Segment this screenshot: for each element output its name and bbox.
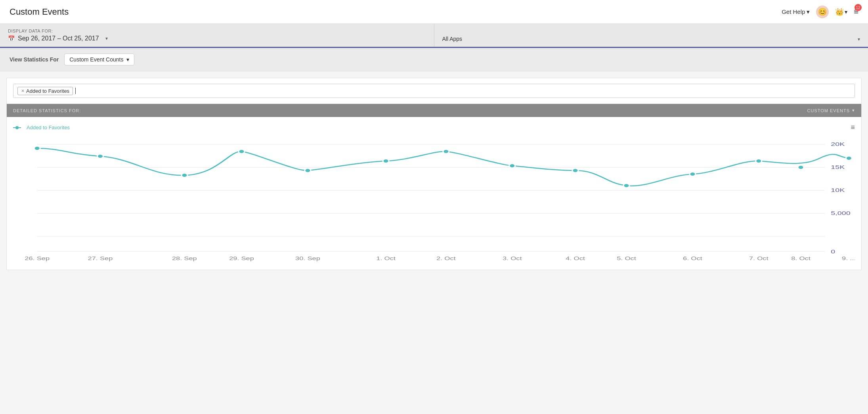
tag-label: Added to Favorites	[26, 88, 69, 94]
chart-area: Added to Favorites ≡ 20K 15K 10K 5,000 0	[7, 117, 861, 270]
tag-input-container[interactable]: ✕ Added to Favorites	[13, 84, 855, 98]
display-data-label: DISPLAY DATA FOR:	[8, 29, 426, 33]
stats-dropdown[interactable]: Custom Event Counts ▾	[64, 54, 134, 65]
view-stats-label: View Statistics For	[10, 56, 59, 63]
stats-dropdown-arrow: ▾	[126, 56, 129, 63]
app-filter-section[interactable]: All Apps ▾	[434, 24, 868, 47]
line-chart: 20K 15K 10K 5,000 0	[13, 136, 855, 263]
header-right: Get Help ▾ 😊 👑 ▾ ≡ 12	[782, 6, 858, 18]
app-filter-value: All Apps	[442, 36, 463, 42]
svg-point-24	[756, 159, 762, 163]
detailed-stats-label: DETAILED STATISTICS FOR:	[13, 108, 81, 113]
svg-text:3. Oct: 3. Oct	[503, 256, 522, 261]
svg-point-15	[182, 173, 187, 177]
svg-text:2. Oct: 2. Oct	[436, 256, 456, 261]
svg-text:30. Sep: 30. Sep	[295, 256, 320, 261]
svg-point-1	[15, 126, 19, 129]
calendar-icon: 📅	[8, 35, 15, 42]
app-dropdown-arrow: ▾	[858, 36, 860, 42]
main-content: ✕ Added to Favorites DETAILED STATISTICS…	[6, 78, 862, 270]
get-help-label: Get Help	[782, 8, 805, 15]
svg-point-25	[798, 165, 804, 169]
svg-text:26. Sep: 26. Sep	[25, 256, 50, 261]
svg-point-21	[572, 169, 578, 172]
custom-events-dropdown-arrow: ▾	[852, 108, 855, 113]
menu-wrap[interactable]: ≡ 12	[854, 7, 858, 16]
legend-item-favorites[interactable]: Added to Favorites	[13, 125, 70, 130]
svg-text:27. Sep: 27. Sep	[88, 256, 113, 261]
app-header: Custom Events Get Help ▾ 😊 👑 ▾ ≡ 12	[0, 0, 868, 24]
svg-point-19	[443, 150, 449, 153]
tag-input-row: ✕ Added to Favorites	[7, 78, 861, 104]
legend-label: Added to Favorites	[27, 125, 70, 130]
svg-point-17	[305, 169, 311, 172]
svg-point-20	[509, 164, 515, 168]
notification-badge: 12	[855, 4, 862, 11]
crown-area[interactable]: 👑 ▾	[835, 8, 847, 16]
chart-legend: Added to Favorites ≡	[13, 123, 855, 132]
custom-events-label: CUSTOM EVENTS	[807, 108, 850, 113]
svg-text:9. ...: 9. ...	[842, 256, 855, 261]
svg-text:29. Sep: 29. Sep	[229, 256, 254, 261]
text-cursor	[75, 88, 76, 94]
svg-text:15K: 15K	[831, 164, 845, 170]
chevron-down-icon: ▾	[807, 8, 810, 15]
filter-bar: DISPLAY DATA FOR: 📅 Sep 26, 2017 – Oct 2…	[0, 24, 868, 48]
stats-table-header: DETAILED STATISTICS FOR: CUSTOM EVENTS ▾	[7, 104, 861, 117]
svg-point-13	[34, 146, 40, 150]
svg-point-16	[239, 150, 245, 153]
date-filter-section: DISPLAY DATA FOR: 📅 Sep 26, 2017 – Oct 2…	[0, 24, 434, 47]
svg-text:20K: 20K	[831, 141, 845, 147]
svg-point-18	[383, 159, 389, 163]
svg-text:1. Oct: 1. Oct	[376, 256, 396, 261]
svg-point-14	[97, 154, 103, 158]
avatar[interactable]: 😊	[816, 6, 829, 18]
svg-text:7. Oct: 7. Oct	[749, 256, 769, 261]
crown-icon: 👑	[835, 8, 844, 16]
date-range-value[interactable]: 📅 Sep 26, 2017 – Oct 25, 2017 ▾	[8, 35, 426, 42]
svg-text:8. Oct: 8. Oct	[791, 256, 811, 261]
custom-events-dropdown[interactable]: CUSTOM EVENTS ▾	[807, 108, 855, 113]
svg-text:5,000: 5,000	[831, 210, 850, 216]
chevron-down-icon-crown: ▾	[845, 9, 847, 15]
view-stats-bar: View Statistics For Custom Event Counts …	[0, 48, 868, 71]
date-range-text: Sep 26, 2017 – Oct 25, 2017	[18, 35, 99, 42]
date-dropdown-arrow: ▾	[105, 36, 108, 41]
page-title: Custom Events	[10, 7, 69, 17]
svg-point-23	[690, 172, 696, 176]
svg-text:5. Oct: 5. Oct	[617, 256, 636, 261]
svg-text:28. Sep: 28. Sep	[172, 256, 197, 261]
chart-menu-icon[interactable]: ≡	[851, 123, 855, 132]
legend-line-icon	[13, 125, 24, 130]
svg-text:0: 0	[831, 249, 835, 255]
svg-text:10K: 10K	[831, 187, 845, 193]
svg-text:4. Oct: 4. Oct	[566, 256, 585, 261]
svg-point-26	[846, 156, 852, 160]
chart-wrapper: 20K 15K 10K 5,000 0	[13, 136, 855, 263]
stats-selected-value: Custom Event Counts	[69, 56, 123, 63]
svg-point-22	[623, 184, 629, 188]
tag-item-favorites[interactable]: ✕ Added to Favorites	[17, 87, 73, 95]
svg-text:6. Oct: 6. Oct	[683, 256, 702, 261]
tag-close-icon[interactable]: ✕	[21, 88, 25, 94]
get-help-button[interactable]: Get Help ▾	[782, 8, 810, 15]
